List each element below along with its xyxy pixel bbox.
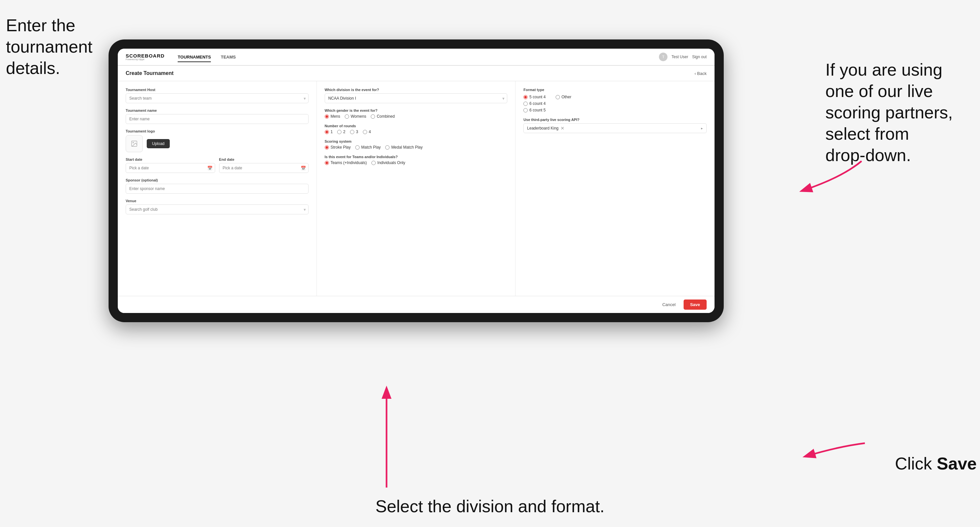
- form-footer: Cancel Save: [118, 296, 714, 313]
- start-date-group: Start date 📅: [126, 157, 215, 173]
- live-scoring-clear-icon[interactable]: ✕: [560, 125, 565, 131]
- name-input[interactable]: [126, 114, 309, 124]
- page-title: Create Tournament: [126, 70, 174, 76]
- rounds-3[interactable]: 3: [350, 130, 358, 134]
- live-scoring-group: Use third-party live scoring API? Leader…: [523, 118, 706, 133]
- arrow-bottom-center: [382, 383, 391, 487]
- nav-tab-teams[interactable]: TEAMS: [221, 52, 236, 62]
- annotation-bottom-center: Select the division and format.: [375, 496, 605, 517]
- live-scoring-tag[interactable]: Leaderboard King ✕ ▸: [523, 123, 706, 133]
- create-header: Create Tournament ‹ Back: [118, 66, 714, 81]
- scoring-stroke[interactable]: Stroke Play: [325, 145, 351, 149]
- upload-button[interactable]: Upload: [147, 139, 170, 148]
- user-avatar: T: [659, 52, 668, 61]
- venue-group: Venue ▾: [126, 199, 309, 214]
- start-date-wrap: 📅: [126, 163, 215, 173]
- end-date-label: End date: [219, 157, 309, 162]
- sponsor-input[interactable]: [126, 184, 309, 194]
- gender-mens[interactable]: Mens: [325, 114, 340, 119]
- venue-dropdown-icon: ▾: [304, 207, 306, 212]
- individuals-only[interactable]: Individuals Only: [371, 160, 405, 165]
- teams-plus-individuals[interactable]: Teams (+Individuals): [325, 160, 367, 165]
- host-input[interactable]: [126, 94, 309, 103]
- start-date-label: Start date: [126, 157, 215, 162]
- annotation-bottom-right: Click Save: [895, 453, 977, 475]
- scoring-medal[interactable]: Medal Match Play: [385, 145, 422, 149]
- format-type-options: 5 count 4 6 count 4 6 count 5: [523, 95, 546, 113]
- nav-bar: SCOREBOARD Powered by clippit TOURNAMENT…: [118, 49, 714, 66]
- gender-radio-group: Mens Womens Combined: [325, 114, 508, 119]
- gender-combined[interactable]: Combined: [371, 114, 395, 119]
- logo-placeholder: [126, 135, 143, 152]
- svg-point-1: [132, 142, 134, 143]
- rounds-radio-group: 1 2 3 4: [325, 130, 508, 134]
- division-select[interactable]: NCAA Division I: [325, 94, 508, 103]
- dates-group: Start date 📅 End date 📅: [126, 157, 309, 173]
- end-date-input[interactable]: [219, 163, 309, 173]
- signout-link[interactable]: Sign out: [692, 55, 706, 59]
- arrow-top-right: [783, 158, 865, 197]
- logo-upload-area: Upload: [126, 135, 309, 152]
- gender-womens[interactable]: Womens: [345, 114, 366, 119]
- format-5count4[interactable]: 5 count 4: [523, 95, 546, 99]
- annotation-top-right: If you are using one of our live scoring…: [826, 59, 977, 166]
- live-scoring-expand-icon[interactable]: ▸: [701, 126, 703, 130]
- image-icon: [130, 140, 138, 147]
- venue-label: Venue: [126, 199, 309, 203]
- rounds-1[interactable]: 1: [325, 130, 333, 134]
- venue-input[interactable]: [126, 205, 309, 214]
- date-row: Start date 📅 End date 📅: [126, 157, 309, 173]
- end-date-group: End date 📅: [219, 157, 309, 173]
- format-options-container: 5 count 4 6 count 4 6 count 5: [523, 94, 706, 113]
- user-name: Test User: [671, 55, 688, 59]
- cancel-button[interactable]: Cancel: [658, 300, 679, 309]
- scoring-radio-group: Stroke Play Match Play Medal Match Play: [325, 145, 508, 149]
- app-logo: SCOREBOARD Powered by clippit: [126, 53, 164, 60]
- form-col-1: Tournament Host ▾ Tournament name Tourna…: [118, 81, 317, 296]
- logo-label: Tournament logo: [126, 129, 309, 133]
- name-label: Tournament name: [126, 108, 309, 113]
- save-button[interactable]: Save: [684, 300, 706, 310]
- arrow-bottom-right: [786, 437, 868, 463]
- tablet-screen: SCOREBOARD Powered by clippit TOURNAMENT…: [118, 49, 714, 313]
- nav-right: T Test User Sign out: [659, 52, 706, 61]
- format-6count5[interactable]: 6 count 5: [523, 108, 546, 113]
- format-other[interactable]: Other: [556, 95, 571, 99]
- format-group: Format type 5 count 4 6 count 4: [523, 88, 706, 113]
- start-date-input[interactable]: [126, 163, 215, 173]
- gender-label: Which gender is the event for?: [325, 108, 508, 113]
- format-label: Format type: [523, 88, 706, 92]
- scoring-match[interactable]: Match Play: [355, 145, 380, 149]
- form-col-3: Format type 5 count 4 6 count 4: [515, 81, 714, 296]
- format-6count4[interactable]: 6 count 4: [523, 101, 546, 106]
- tablet-frame: SCOREBOARD Powered by clippit TOURNAMENT…: [108, 40, 724, 322]
- division-group: Which division is the event for? NCAA Di…: [325, 88, 508, 103]
- logo-group: Tournament logo Upload: [126, 129, 309, 152]
- form-col-2: Which division is the event for? NCAA Di…: [317, 81, 516, 296]
- rounds-group: Number of rounds 1 2: [325, 124, 508, 134]
- back-button[interactable]: ‹ Back: [694, 71, 706, 76]
- form-area: Tournament Host ▾ Tournament name Tourna…: [118, 81, 714, 296]
- scoring-label: Scoring system: [325, 140, 508, 143]
- sponsor-group: Sponsor (optional): [126, 178, 309, 194]
- host-group: Tournament Host ▾: [126, 88, 309, 103]
- teams-group: Is this event for Teams and/or Individua…: [325, 155, 508, 165]
- rounds-2[interactable]: 2: [337, 130, 345, 134]
- live-scoring-label: Use third-party live scoring API?: [523, 118, 706, 122]
- teams-label: Is this event for Teams and/or Individua…: [325, 155, 508, 159]
- rounds-label: Number of rounds: [325, 124, 508, 128]
- sponsor-label: Sponsor (optional): [126, 178, 309, 182]
- teams-radio-group: Teams (+Individuals) Individuals Only: [325, 160, 508, 165]
- format-other-option: Other: [556, 95, 571, 113]
- rounds-4[interactable]: 4: [363, 130, 371, 134]
- end-date-wrap: 📅: [219, 163, 309, 173]
- division-label: Which division is the event for?: [325, 88, 508, 92]
- gender-group: Which gender is the event for? Mens Wome…: [325, 108, 508, 119]
- scoring-group: Scoring system Stroke Play Match Play: [325, 140, 508, 149]
- name-group: Tournament name: [126, 108, 309, 124]
- nav-tab-tournaments[interactable]: TOURNAMENTS: [178, 52, 211, 62]
- host-dropdown-icon: ▾: [304, 96, 306, 101]
- host-label: Tournament Host: [126, 88, 309, 92]
